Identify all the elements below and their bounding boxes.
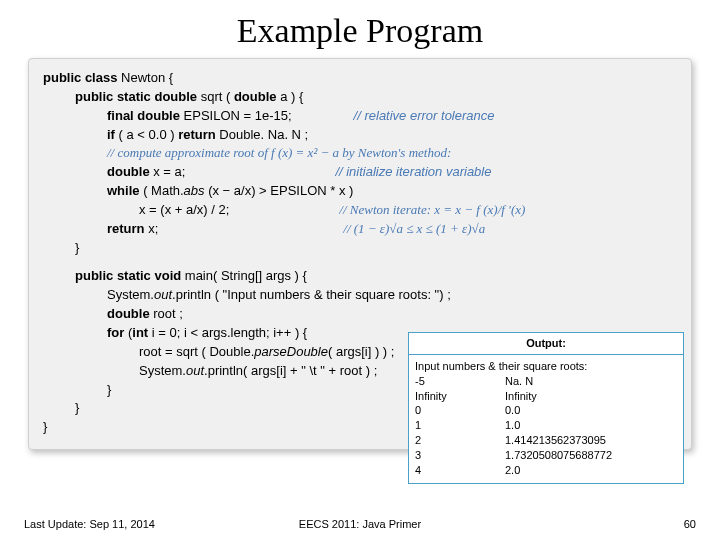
code-text: out [186, 363, 204, 378]
code-text: x = a; [150, 164, 186, 179]
output-in: 3 [415, 448, 505, 463]
comment: // initialize iteration variable [335, 164, 491, 179]
code-text: ( args[i] ) ) ; [328, 344, 394, 359]
code-text: a ) { [277, 89, 304, 104]
code-text: Double. Na. N ; [216, 127, 309, 142]
output-row: 42.0 [415, 463, 677, 478]
kw: for [107, 325, 124, 340]
code-text: sqrt ( [197, 89, 234, 104]
code-text: i = 0; i < args.length; i++ ) { [148, 325, 307, 340]
output-header: Input numbers & their square roots: [415, 359, 677, 374]
kw: double [234, 89, 277, 104]
output-out: Na. N [505, 374, 533, 389]
output-out: Infinity [505, 389, 537, 404]
kw: public static void [75, 268, 181, 283]
code-text: root = sqrt ( Double. [139, 344, 254, 359]
code-text: parseDouble [254, 344, 328, 359]
kw: int [132, 325, 148, 340]
code-text: root ; [150, 306, 183, 321]
kw: while [107, 183, 140, 198]
code-text: System. [139, 363, 186, 378]
code-text: } [43, 419, 47, 434]
slide-number: 60 [684, 518, 696, 530]
code-text: main( String[] args ) { [181, 268, 307, 283]
code-text: System. [107, 287, 154, 302]
output-in: -5 [415, 374, 505, 389]
output-out: 1.414213562373095 [505, 433, 606, 448]
code-text: out [154, 287, 172, 302]
output-out: 1.0 [505, 418, 520, 433]
code-text: EPSILON = 1e-15; [180, 108, 292, 123]
output-row: 11.0 [415, 418, 677, 433]
output-row: 31.7320508075688772 [415, 448, 677, 463]
output-in: Infinity [415, 389, 505, 404]
output-row: -5Na. N [415, 374, 677, 389]
kw: return [107, 221, 145, 236]
output-out: 1.7320508075688772 [505, 448, 612, 463]
output-out: 0.0 [505, 403, 520, 418]
kw: if [107, 127, 115, 142]
kw: public class [43, 70, 117, 85]
output-title: Output: [409, 333, 683, 355]
code-text: ( Math. [140, 183, 184, 198]
output-in: 4 [415, 463, 505, 478]
code-text: abs [184, 183, 205, 198]
kw: double [107, 164, 150, 179]
code-text: x; [145, 221, 159, 236]
footer: Last Update: Sep 11, 2014 EECS 2011: Jav… [0, 518, 720, 530]
output-in: 1 [415, 418, 505, 433]
output-row: 21.414213562373095 [415, 433, 677, 448]
output-box: Output: Input numbers & their square roo… [408, 332, 684, 484]
code-text: .println( args[i] + " \t " + root ) ; [204, 363, 377, 378]
code-text: (x − a/x) > EPSILON * x ) [205, 183, 354, 198]
output-out: 2.0 [505, 463, 520, 478]
code-text: } [75, 400, 79, 415]
code-text: x = (x + a/x) / 2; [139, 202, 229, 217]
code-text: Newton { [117, 70, 173, 85]
output-row: 00.0 [415, 403, 677, 418]
comment: // compute approximate root of f (x) = x… [107, 145, 451, 160]
code-text: } [75, 240, 79, 255]
kw: public static double [75, 89, 197, 104]
kw: final double [107, 108, 180, 123]
footer-center: EECS 2011: Java Primer [0, 518, 720, 530]
comment: // (1 − ε)√a ≤ x ≤ (1 + ε)√a [343, 221, 485, 236]
output-in: 0 [415, 403, 505, 418]
output-row: InfinityInfinity [415, 389, 677, 404]
kw: return [178, 127, 216, 142]
comment: // Newton iterate: x = x − f (x)/f '(x) [339, 202, 525, 217]
slide-title: Example Program [0, 0, 720, 58]
output-in: 2 [415, 433, 505, 448]
kw: double [107, 306, 150, 321]
code-text: } [107, 382, 111, 397]
code-text: .println ( "Input numbers & their square… [172, 287, 451, 302]
code-text: ( a < 0.0 ) [115, 127, 178, 142]
comment: // relative error tolerance [354, 108, 495, 123]
